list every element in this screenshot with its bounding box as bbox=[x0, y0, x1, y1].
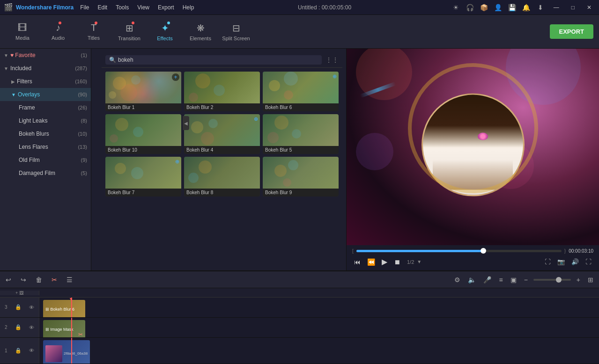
tl-zoom-slider[interactable] bbox=[533, 279, 571, 281]
page-indicator: 1/2 bbox=[407, 259, 414, 265]
menu-help[interactable]: Help bbox=[179, 3, 198, 12]
svg-point-18 bbox=[267, 132, 279, 143]
menu-edit[interactable]: Edit bbox=[94, 3, 111, 12]
track-clip-mask[interactable]: ⊞ Image Mask ✂ bbox=[43, 320, 85, 337]
volume-button[interactable]: 🔊 bbox=[569, 257, 581, 266]
progress-bar[interactable] bbox=[356, 250, 562, 252]
effect-thumb-2 bbox=[184, 72, 260, 103]
stop-button[interactable]: ⏹ bbox=[392, 257, 402, 267]
tl-settings-icon[interactable]: ⚙ bbox=[452, 275, 462, 284]
tool-transition[interactable]: ⊞ Transition bbox=[112, 18, 146, 46]
timeline-toolbar: ↩ ↪ 🗑 ✂ ☰ ⚙ 🔈 🎤 ≡ ▣ − + ⊞ bbox=[0, 271, 599, 288]
panel-lens-flares[interactable]: Lens Flares (13) bbox=[0, 140, 91, 153]
grid-view-icon[interactable]: ⋮⋮ bbox=[325, 56, 339, 64]
effect-thumb-6 bbox=[263, 114, 339, 146]
tool-audio[interactable]: ♪ Audio bbox=[41, 18, 75, 46]
tool-media[interactable]: 🎞 Media bbox=[6, 18, 39, 46]
page-dropdown-arrow[interactable]: ▼ bbox=[417, 259, 422, 264]
effect-card-bokeh-blur-9[interactable]: Bokeh Blur 9 bbox=[263, 157, 339, 197]
tl-mic-icon[interactable]: 🎤 bbox=[481, 275, 493, 284]
add-track-icon[interactable]: + 🖼 bbox=[15, 291, 23, 295]
filters-label: Filters bbox=[17, 78, 75, 85]
transition-dot bbox=[132, 22, 134, 24]
user-icon[interactable]: 👤 bbox=[494, 3, 503, 12]
light-leaks-count: (8) bbox=[81, 118, 87, 124]
controls-row: ⏮ ⏪ ▶ ⏹ 1/2 ▼ ⛶ 📷 🔊 ⛶ bbox=[350, 255, 595, 269]
track-lock-3[interactable]: 🔒 bbox=[15, 304, 22, 310]
fullscreen-button[interactable]: ⛶ bbox=[584, 257, 593, 266]
tl-fit-icon[interactable]: ⊞ bbox=[586, 275, 595, 284]
tl-tracks-icon[interactable]: ≡ bbox=[497, 275, 504, 284]
sun-icon[interactable]: ☀ bbox=[451, 3, 461, 12]
effect-thumb-8 bbox=[184, 157, 260, 189]
panel-favorite[interactable]: ▼ ♥ Favorite (1) bbox=[0, 49, 91, 62]
screenshot-button[interactable]: 📷 bbox=[555, 257, 567, 266]
play-button[interactable]: ▶ bbox=[380, 256, 389, 267]
audio-adjust-button[interactable]: ☰ bbox=[65, 275, 74, 284]
effect-card-bokeh-blur-8[interactable]: Bokeh Blur 8 bbox=[184, 157, 260, 197]
panel-bokeh-blurs[interactable]: Bokeh Blurs (10) bbox=[0, 127, 91, 140]
track-eye-3[interactable]: 👁 bbox=[29, 305, 34, 310]
skip-start-button[interactable]: ⏮ bbox=[352, 257, 362, 267]
tl-overlay-icon[interactable]: ▣ bbox=[509, 275, 518, 284]
undo-button[interactable]: ↩ bbox=[4, 275, 13, 284]
panel-filters[interactable]: ▶ Filters (160) bbox=[0, 75, 91, 88]
menu-file[interactable]: File bbox=[76, 3, 93, 12]
step-back-button[interactable]: ⏪ bbox=[365, 257, 377, 267]
minimize-button[interactable]: — bbox=[550, 0, 563, 15]
effect-card-bokeh-blur-10[interactable]: Bokeh Blur 10 bbox=[105, 114, 181, 154]
fullscreen-enter-button[interactable]: ⛶ bbox=[543, 257, 553, 266]
overlays-label: Overlays bbox=[18, 91, 78, 98]
scissors-button[interactable]: ✂ bbox=[50, 275, 59, 284]
maximize-button[interactable]: □ bbox=[568, 0, 578, 15]
track-clip-bokeh[interactable]: ⊞ Bokeh Blur 6 bbox=[43, 300, 85, 317]
delete-button[interactable]: 🗑 bbox=[34, 275, 44, 284]
tool-effects[interactable]: ✦ Effects bbox=[148, 18, 182, 46]
menu-export[interactable]: Export bbox=[154, 3, 178, 12]
package-icon[interactable]: 📦 bbox=[480, 3, 489, 12]
track-eye-2[interactable]: 👁 bbox=[29, 325, 34, 330]
effect-card-bokeh-blur-4[interactable]: ⊕ Bokeh Blur 4 bbox=[184, 114, 260, 154]
panel-included[interactable]: ▼ Included (287) bbox=[0, 62, 91, 75]
titlebar-menus: File Edit Tools View Export Help bbox=[76, 3, 198, 12]
panel-overlays[interactable]: ▼ Overlays (90) bbox=[0, 88, 91, 101]
tl-audio-icon[interactable]: 🔈 bbox=[466, 275, 478, 284]
track-lock-1[interactable]: 🔒 bbox=[15, 348, 22, 354]
ruler-label-area: + 🖼 bbox=[0, 291, 39, 295]
player-controls: [ } 00:00:03:10 ⏮ ⏪ ▶ ⏹ 1/2 ▼ ⛶ 📷 bbox=[347, 245, 599, 270]
tool-titles[interactable]: T Titles bbox=[77, 18, 111, 46]
track-clip-video[interactable]: 2f8a66_06a38 bbox=[43, 340, 90, 364]
panel-frame[interactable]: Frame (26) bbox=[0, 101, 91, 114]
favorite-label: ♥ Favorite bbox=[10, 52, 81, 58]
save-icon[interactable]: 💾 bbox=[508, 3, 517, 12]
headphone-icon[interactable]: 🎧 bbox=[466, 3, 475, 12]
effect-card-bokeh-blur-5[interactable]: Bokeh Blur 5 bbox=[263, 114, 339, 154]
effect-card-bokeh-blur-2[interactable]: Bokeh Blur 2 bbox=[184, 72, 260, 111]
tl-zoom-out-icon[interactable]: − bbox=[522, 275, 530, 284]
panel-damaged-film[interactable]: Damaged Film (5) bbox=[0, 167, 91, 180]
svg-point-19 bbox=[115, 163, 126, 174]
effect-card-bokeh-blur-7[interactable]: ⊕ Bokeh Blur 7 bbox=[105, 157, 181, 197]
effect-card-bokeh-blur-1[interactable]: + Bokeh Blur 1 bbox=[105, 72, 181, 111]
effect-card-bokeh-blur-6[interactable]: ⊕ Bokeh Blur 6 bbox=[263, 72, 339, 111]
menu-tools[interactable]: Tools bbox=[112, 3, 133, 12]
svg-point-7 bbox=[269, 80, 280, 91]
track-eye-1[interactable]: 👁 bbox=[29, 348, 34, 353]
panel-old-film[interactable]: Old Film (9) bbox=[0, 153, 91, 167]
included-count: (287) bbox=[75, 66, 87, 71]
menu-view[interactable]: View bbox=[133, 3, 153, 12]
close-button[interactable]: ✕ bbox=[583, 0, 595, 15]
svg-point-1 bbox=[131, 75, 141, 85]
panel-collapse-arrow[interactable]: ◀ bbox=[183, 116, 189, 130]
download-icon[interactable]: ⬇ bbox=[536, 3, 545, 12]
app-logo: 🎬 bbox=[4, 3, 13, 12]
tl-zoom-in-icon[interactable]: + bbox=[575, 275, 582, 284]
panel-light-leaks[interactable]: Light Leaks (8) bbox=[0, 114, 91, 127]
redo-button[interactable]: ↪ bbox=[19, 275, 28, 284]
export-button[interactable]: EXPORT bbox=[550, 24, 593, 39]
bell-icon[interactable]: 🔔 bbox=[522, 3, 531, 12]
search-input[interactable] bbox=[118, 57, 318, 63]
track-lock-2[interactable]: 🔒 bbox=[15, 324, 22, 330]
tool-split-screen[interactable]: ⊟ Split Screen bbox=[219, 18, 253, 46]
tool-elements[interactable]: ❋ Elements bbox=[184, 18, 217, 46]
